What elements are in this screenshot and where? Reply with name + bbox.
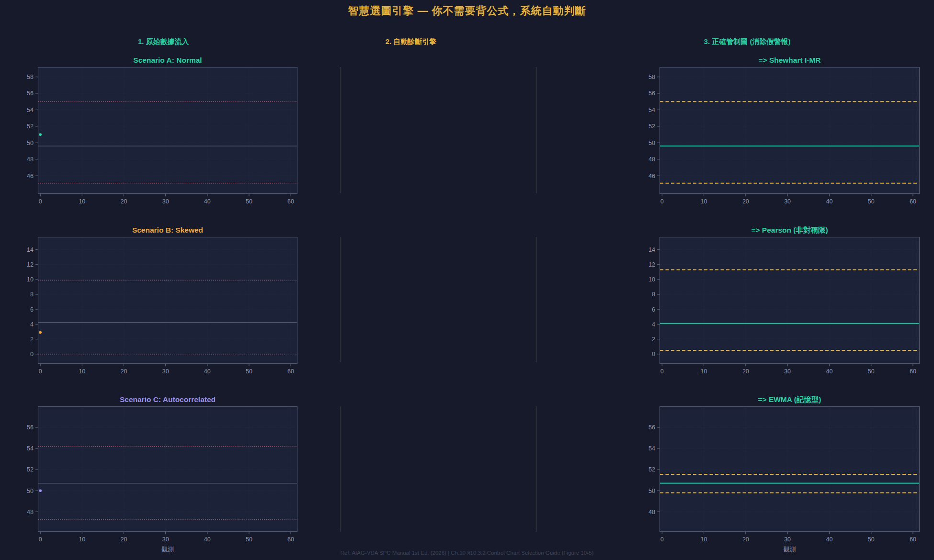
chart-ewma-memory: 48505254560102030405060=> EWMA (記憶型)觀測: [660, 406, 920, 532]
x-tick-label: 0: [39, 536, 42, 543]
y-tick-label: 56: [649, 90, 655, 97]
y-tick-label: 50: [27, 140, 34, 146]
y-tick-label: 2: [30, 336, 34, 343]
data-point: [39, 489, 42, 492]
x-tick-label: 30: [162, 536, 169, 543]
chart-scenario-a-normal: 464850525456580102030405060Scenario A: N…: [38, 67, 297, 194]
x-tick-label: 0: [661, 536, 664, 543]
diagnosis-panel-3: [341, 406, 536, 532]
x-tick-label: 50: [868, 536, 875, 543]
plot-area: [660, 67, 920, 194]
y-tick-label: 8: [652, 291, 655, 298]
x-tick-label: 0: [661, 198, 664, 205]
plot-area: [660, 407, 920, 532]
chart-title: Scenario A: Normal: [133, 56, 202, 64]
y-tick-label: 2: [652, 336, 655, 343]
x-tick-label: 40: [204, 368, 211, 375]
x-tick-label: 60: [287, 536, 294, 543]
data-point: [39, 133, 42, 136]
x-tick-label: 50: [868, 368, 875, 375]
plot-area: [38, 67, 297, 194]
chart-canvas: 024681012140102030405060=> Pearson (非對稱限…: [660, 237, 920, 364]
chart-title: => Pearson (非對稱限): [751, 226, 828, 234]
x-tick-label: 50: [868, 198, 875, 205]
x-tick-label: 60: [287, 198, 294, 205]
y-tick-label: 58: [649, 74, 655, 80]
diagnosis-panel-3: [341, 406, 536, 532]
data-point: [39, 331, 42, 334]
y-tick-label: 12: [649, 261, 655, 268]
column-header-correct-chart: 3. 正確管制圖 (消除假警報): [704, 37, 791, 46]
x-tick-label: 0: [39, 198, 42, 205]
x-tick-label: 30: [784, 368, 791, 375]
y-tick-label: 0: [652, 351, 655, 358]
x-tick-label: 20: [121, 198, 127, 205]
y-tick-label: 48: [649, 156, 655, 163]
y-tick-label: 56: [27, 90, 34, 97]
y-tick-label: 14: [27, 246, 34, 253]
y-tick-label: 52: [27, 123, 34, 130]
y-tick-label: 48: [27, 509, 34, 515]
y-tick-label: 54: [649, 445, 655, 452]
chart-canvas: 48505254560102030405060=> EWMA (記憶型)觀測: [660, 406, 920, 532]
y-tick-label: 54: [649, 107, 655, 113]
spc-dashboard: 智慧選圖引擎 — 你不需要背公式，系統自動判斷 1. 原始數據流入 2. 自動診…: [0, 0, 934, 560]
x-tick-label: 10: [701, 368, 707, 375]
y-tick-label: 46: [27, 173, 34, 179]
x-tick-label: 30: [162, 368, 169, 375]
y-tick-label: 4: [30, 321, 34, 328]
x-tick-label: 10: [701, 536, 707, 543]
x-tick-label: 0: [39, 368, 42, 375]
x-tick-label: 30: [162, 198, 169, 205]
x-tick-label: 40: [826, 368, 832, 375]
diagnosis-panel-1: [341, 67, 536, 193]
page-title: 智慧選圖引擎 — 你不需要背公式，系統自動判斷: [348, 4, 586, 18]
y-tick-label: 52: [649, 123, 655, 130]
chart-canvas: 464850525456580102030405060=> Shewhart I…: [660, 67, 920, 194]
y-tick-label: 56: [27, 424, 34, 431]
x-tick-label: 10: [79, 198, 85, 205]
x-tick-label: 60: [910, 198, 916, 205]
y-tick-label: 8: [30, 291, 34, 298]
y-tick-label: 6: [30, 306, 34, 313]
chart-canvas: 464850525456580102030405060Scenario A: N…: [38, 67, 297, 194]
x-tick-label: 40: [204, 536, 211, 543]
chart-title: => EWMA (記憶型): [758, 395, 821, 403]
x-tick-label: 20: [742, 536, 749, 543]
y-tick-label: 58: [27, 74, 34, 80]
diagnosis-panel-2: [341, 237, 536, 362]
y-tick-label: 10: [27, 276, 34, 283]
x-tick-label: 20: [121, 368, 127, 375]
diagnosis-panel-1: [341, 67, 536, 193]
x-tick-label: 60: [910, 368, 916, 375]
chart-shewhart-imr: 464850525456580102030405060=> Shewhart I…: [660, 67, 920, 194]
x-tick-label: 20: [742, 368, 749, 375]
y-tick-label: 50: [649, 488, 655, 494]
column-header-diagnosis-engine: 2. 自動診斷引擎: [386, 37, 437, 46]
y-tick-label: 56: [649, 424, 655, 431]
x-tick-label: 10: [701, 198, 707, 205]
y-tick-label: 50: [27, 488, 34, 494]
x-tick-label: 10: [79, 536, 85, 543]
chart-title: => Shewhart I-MR: [758, 56, 820, 64]
chart-title: Scenario B: Skewed: [132, 226, 203, 234]
chart-scenario-c-autocorrelated: 48505254560102030405060Scenario C: Autoc…: [38, 406, 297, 532]
y-tick-label: 54: [27, 445, 34, 452]
y-tick-label: 12: [27, 261, 34, 268]
x-tick-label: 30: [784, 536, 791, 543]
plot-area: [660, 237, 920, 364]
chart-title: Scenario C: Autocorrelated: [120, 395, 216, 403]
y-tick-label: 52: [27, 466, 34, 473]
x-tick-label: 10: [79, 368, 85, 375]
x-tick-label: 20: [121, 536, 127, 543]
x-axis-label: 觀測: [161, 546, 174, 553]
diagnosis-panel-2: [341, 237, 536, 362]
x-tick-label: 30: [784, 198, 791, 205]
y-tick-label: 54: [27, 107, 34, 113]
y-tick-label: 14: [649, 246, 655, 253]
y-tick-label: 48: [649, 509, 655, 515]
x-tick-label: 40: [204, 198, 211, 205]
y-tick-label: 52: [649, 466, 655, 473]
x-axis-label: 觀測: [784, 546, 796, 553]
x-tick-label: 60: [287, 368, 294, 375]
